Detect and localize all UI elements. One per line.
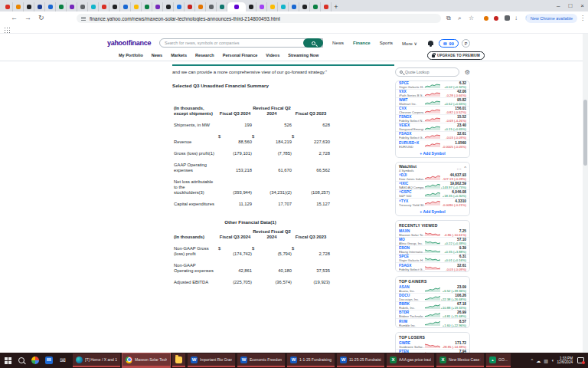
browser-tab[interactable]: [45, 2, 56, 12]
sort-icon[interactable]: ^: [464, 166, 466, 171]
taskbar-window-button[interactable]: Important Rio Gran...: [188, 353, 235, 367]
back-icon[interactable]: ←: [11, 14, 18, 22]
remote-desktop-pinned-icon[interactable]: [45, 356, 53, 364]
subnav-item[interactable]: My Portfolio: [119, 53, 143, 58]
taskbar-window-button[interactable]: GO...: [486, 353, 511, 367]
browser-tab[interactable]: [109, 2, 120, 12]
quote-row[interactable]: RUM Rumble Inc. 8.57 +1.60 (+22.96%): [396, 319, 469, 327]
taskbar-window-button[interactable]: Economic Freedom...: [237, 353, 285, 367]
close-icon[interactable]: ×: [580, 2, 584, 9]
maximize-icon[interactable]: □: [568, 2, 572, 9]
quote-row[interactable]: MO Altria Group, Inc. 57.10 +0.22 (+0.39…: [396, 238, 469, 246]
browser-tab[interactable]: [217, 2, 227, 12]
subnav-item[interactable]: Research: [195, 53, 214, 58]
subnav-item[interactable]: Videos: [266, 53, 279, 58]
quote-row[interactable]: CVX Chevron Corpora... 156.01 -0.82 (-0.…: [396, 107, 469, 115]
subnav-item[interactable]: Markets: [171, 53, 187, 58]
mail-button[interactable]: ✉ 99: [439, 39, 459, 48]
page-scrollbar[interactable]: [583, 34, 588, 353]
quote-row[interactable]: FSAGX Fidelity Select G... 32.61 -0.03 (…: [396, 132, 469, 140]
network-icon[interactable]: ▥: [544, 358, 548, 363]
bookmark-star-icon[interactable]: ☆: [469, 15, 474, 21]
browser-tab[interactable]: [142, 2, 152, 12]
mail-pinned-icon[interactable]: ✉: [59, 356, 67, 364]
subnav-item[interactable]: Streaming Now: [288, 53, 318, 58]
chrome-update-button[interactable]: New Chrome available: [526, 14, 577, 23]
browser-tab[interactable]: [77, 2, 88, 12]
taskbar-clock[interactable]: 1:33 PM 12/6/2024: [557, 356, 573, 365]
minimize-icon[interactable]: –: [557, 2, 560, 9]
site-info-icon[interactable]: [81, 17, 86, 21]
browser-tab[interactable]: [227, 2, 246, 12]
browser-tab[interactable]: [24, 2, 34, 12]
quote-lookup-input[interactable]: Quote Lookup: [395, 67, 459, 77]
add-symbol-link[interactable]: + Add Symbol: [396, 207, 469, 215]
quote-row[interactable]: WMT Walmart Inc. 95.82 +0.62 (+0.65%): [396, 98, 469, 107]
quote-row[interactable]: EURUSD=X EUR/USD 1.0560 -0.0005 (-0.05%): [396, 140, 469, 149]
quote-row[interactable]: BTDR Bitdeer Technolo... 26.99 +4.81 (+2…: [396, 310, 469, 319]
forward-icon[interactable]: →: [24, 14, 31, 22]
start-button-icon[interactable]: [5, 357, 11, 364]
yahoo-search-input[interactable]: Search for news, symbols or companies: [159, 38, 323, 48]
taskbar-window-button[interactable]: 1-1-25 Fundraising ...: [287, 353, 335, 367]
cast-icon[interactable]: ⧉: [446, 15, 451, 22]
reload-icon[interactable]: ↻: [38, 14, 44, 22]
top-nav-item[interactable]: Finance: [353, 41, 371, 46]
taskbar-window-button[interactable]: [172, 353, 185, 367]
taskbar-window-button[interactable]: New Mexico Case S...: [436, 353, 484, 367]
top-nav-item[interactable]: Sports: [380, 41, 393, 46]
extensions-puzzle-icon[interactable]: [505, 15, 510, 21]
quote-row[interactable]: SPCE Virgin Galactic H... 6.31 +0.01 (+0…: [396, 255, 469, 263]
browser-tab[interactable]: [56, 2, 67, 12]
extension-icon-red[interactable]: [494, 16, 498, 21]
quote-row[interactable]: FSAGX Fidelity Select G... 32.61 -0.03 (…: [396, 263, 469, 271]
browser-tab[interactable]: [67, 2, 77, 12]
gear-icon[interactable]: ⚙: [465, 69, 470, 76]
action-center-icon[interactable]: [577, 357, 584, 363]
yahoo-search-button[interactable]: [303, 38, 323, 48]
new-tab-button[interactable]: +: [332, 2, 341, 12]
quote-row[interactable]: SPCE Virgin Galactic H... 6.32 +0.02 (+0…: [396, 81, 469, 90]
browser-tab[interactable]: [88, 2, 99, 12]
browser-tab[interactable]: [174, 2, 185, 12]
taskbar-window-button[interactable]: Maxeon Solar Tech...: [122, 353, 170, 367]
quote-row[interactable]: VXX iPath Series B S... 42.06 -0.28 (-0.…: [396, 90, 469, 98]
quote-row[interactable]: ^TYX Treasury Yield 30... 4.3310 -0.0090…: [396, 199, 469, 207]
scrollbar-thumb[interactable]: [583, 100, 587, 166]
onedrive-icon[interactable]: ☁: [536, 358, 541, 363]
quote-row[interactable]: RBRK Rubrik, Inc. 67.18 +10.88 (+19.33%): [396, 302, 469, 310]
browser-tab[interactable]: [120, 2, 131, 12]
upgrade-premium-button[interactable]: UPGRADE TO PREMIUM: [427, 51, 485, 60]
download-icon[interactable]: ↓: [514, 15, 518, 21]
browser-tab[interactable]: [163, 2, 174, 12]
browser-tab[interactable]: [34, 2, 45, 12]
taskbar-window-button[interactable]: [T] Home / X and 1...: [73, 353, 120, 367]
quote-row[interactable]: ASAN Asana, Inc. 23.09 +6.52 (+39.36%): [396, 285, 469, 294]
taskbar-window-button[interactable]: AAA gas price track...: [387, 353, 434, 367]
taskbar-search-icon[interactable]: [18, 357, 24, 363]
address-bar[interactable]: finance.yahoo.com/news/maxeon-solar-tech…: [77, 14, 441, 23]
browser-tab[interactable]: [267, 2, 278, 12]
notifications-bell-icon[interactable]: [428, 41, 433, 45]
browser-tab[interactable]: [289, 2, 299, 12]
browser-tab[interactable]: [195, 2, 206, 12]
quote-row[interactable]: MAXN Maxeon Solar Te... 7.25 -0.86 (-10.…: [396, 229, 469, 238]
search-tab-icon[interactable]: ⌕: [458, 15, 461, 22]
apps-grid-icon[interactable]: [4, 27, 10, 33]
tray-expand-icon[interactable]: ^: [531, 358, 533, 363]
add-symbol-link[interactable]: + Add Symbol: [396, 149, 469, 157]
quote-row[interactable]: FSNGX Fidelity Select N... 15.52 -0.69 (…: [396, 115, 469, 123]
quote-row[interactable]: DOCU Docusign, Inc. 106.26 +22.38 (+26.6…: [396, 294, 469, 302]
browser-tab[interactable]: [256, 2, 267, 12]
top-nav-item[interactable]: More ∨: [402, 41, 417, 46]
top-nav-item[interactable]: News: [332, 41, 344, 46]
browser-tab[interactable]: [246, 2, 256, 12]
quote-row[interactable]: ^DJI Dow Jones Indus... 44,637.93 -127.1…: [396, 173, 469, 182]
taskbar-window-button[interactable]: 11-25-25 Fundraisi...: [337, 353, 384, 367]
chrome-menu-icon[interactable]: ⋮: [580, 15, 586, 21]
browser-tab[interactable]: [99, 2, 109, 12]
quote-row[interactable]: ^IXIC NASDAQ Compo... 19,862.59 +143.97 …: [396, 182, 469, 190]
extension-icon-orange[interactable]: [484, 16, 488, 21]
yahoo-finance-logo[interactable]: yahoo!finance: [107, 39, 151, 47]
volume-icon[interactable]: ◖: [551, 358, 554, 363]
